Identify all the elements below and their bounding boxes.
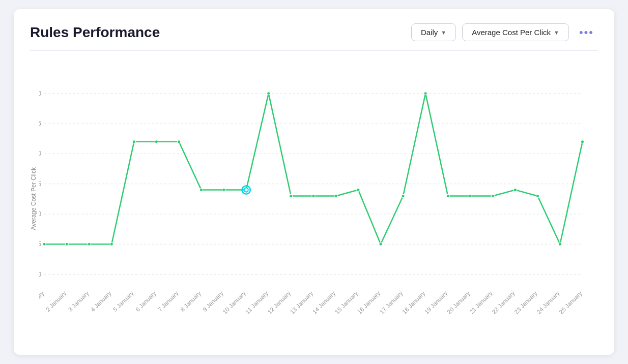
svg-text:7 January: 7 January <box>156 290 180 313</box>
svg-point-28 <box>334 194 337 197</box>
svg-text:6 January: 6 January <box>134 290 157 313</box>
svg-text:0.010: 0.010 <box>39 271 41 278</box>
more-options-button[interactable]: ••• <box>575 24 598 41</box>
svg-text:4 January: 4 January <box>89 290 112 313</box>
svg-point-39 <box>581 140 584 143</box>
svg-text:11 January: 11 January <box>244 290 269 315</box>
chevron-down-icon: ▼ <box>554 29 559 36</box>
svg-point-38 <box>558 242 561 246</box>
svg-point-36 <box>513 189 517 192</box>
svg-text:5 January: 5 January <box>111 290 135 313</box>
svg-point-14 <box>43 242 46 246</box>
card-header: Rules Performance Daily ▼ Average Cost P… <box>30 23 598 41</box>
svg-text:13 January: 13 January <box>289 290 314 315</box>
svg-point-31 <box>402 194 405 197</box>
svg-text:2 January: 2 January <box>44 290 68 313</box>
svg-text:0.030: 0.030 <box>39 150 41 157</box>
svg-text:21 January: 21 January <box>468 290 494 315</box>
svg-point-35 <box>491 194 494 197</box>
svg-text:20 January: 20 January <box>446 290 471 315</box>
chevron-down-icon: ▼ <box>441 29 446 36</box>
chart-inner: 0.0400.0350.0300.0250.0200.0150.0101 Jan… <box>39 59 598 338</box>
svg-point-37 <box>536 194 539 197</box>
svg-point-33 <box>446 194 449 197</box>
svg-point-27 <box>312 194 315 197</box>
svg-text:19 January: 19 January <box>423 290 448 315</box>
svg-text:10 January: 10 January <box>221 290 247 315</box>
line-chart: 0.0400.0350.0300.0250.0200.0150.0101 Jan… <box>39 59 598 338</box>
y-axis-label: Average Cost Per Click <box>30 167 37 230</box>
svg-point-20 <box>177 140 180 143</box>
rules-performance-card: Rules Performance Daily ▼ Average Cost P… <box>14 9 614 355</box>
svg-text:0.015: 0.015 <box>39 240 41 248</box>
svg-text:0.020: 0.020 <box>39 210 41 218</box>
svg-text:25 January: 25 January <box>558 290 583 315</box>
metric-dropdown[interactable]: Average Cost Per Click ▼ <box>462 23 569 41</box>
svg-text:16 January: 16 January <box>356 290 381 315</box>
svg-text:8 January: 8 January <box>179 290 202 313</box>
svg-point-15 <box>65 242 68 246</box>
daily-dropdown[interactable]: Daily ▼ <box>411 23 456 41</box>
svg-point-25 <box>267 92 270 95</box>
svg-text:14 January: 14 January <box>311 290 336 315</box>
svg-text:23 January: 23 January <box>513 290 538 315</box>
svg-point-26 <box>290 194 293 197</box>
svg-text:24 January: 24 January <box>535 290 561 315</box>
chart-area: Average Cost Per Click 0.0400.0350.0300.… <box>30 59 598 338</box>
svg-point-17 <box>110 242 113 246</box>
page-title: Rules Performance <box>30 24 160 41</box>
svg-point-32 <box>424 92 427 95</box>
svg-text:18 January: 18 January <box>401 290 426 315</box>
header-controls: Daily ▼ Average Cost Per Click ▼ ••• <box>411 23 598 41</box>
svg-text:15 January: 15 January <box>333 290 359 315</box>
svg-point-30 <box>379 242 382 246</box>
svg-text:17 January: 17 January <box>378 290 404 315</box>
svg-text:22 January: 22 January <box>491 290 516 315</box>
svg-text:0.035: 0.035 <box>39 120 41 127</box>
svg-point-22 <box>222 189 225 192</box>
svg-point-18 <box>132 140 135 143</box>
svg-text:3 January: 3 January <box>67 290 90 313</box>
svg-point-16 <box>88 242 91 246</box>
header-divider <box>30 50 598 51</box>
svg-point-19 <box>155 140 158 143</box>
svg-point-24 <box>244 188 248 192</box>
svg-text:0.025: 0.025 <box>39 180 41 188</box>
svg-text:12 January: 12 January <box>266 290 292 315</box>
svg-text:9 January: 9 January <box>202 290 225 313</box>
svg-text:1 January: 1 January <box>39 290 45 313</box>
svg-point-29 <box>357 189 360 192</box>
svg-point-34 <box>469 194 472 197</box>
svg-text:0.040: 0.040 <box>39 90 41 97</box>
svg-point-21 <box>200 189 203 192</box>
